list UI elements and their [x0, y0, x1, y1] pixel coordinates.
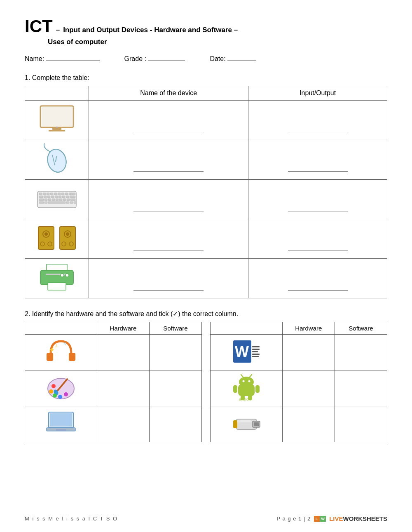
svg-rect-100 — [237, 420, 252, 422]
lw-brand-text: LIVEWORKSHEETS — [329, 515, 387, 522]
table-row: W — [211, 335, 387, 370]
svg-point-73 — [64, 392, 68, 396]
title-ict: ICT — [25, 16, 53, 36]
headphones-cell: ♪ ♫ ⚡ — [25, 335, 97, 370]
svg-rect-77 — [56, 429, 66, 431]
speakers-icon — [34, 223, 80, 253]
usb-icon — [230, 409, 263, 438]
hw-check-headphones[interactable] — [97, 335, 149, 370]
svg-point-59 — [66, 274, 69, 277]
hw-check-android[interactable] — [282, 370, 335, 406]
grade-label: Grade : — [124, 54, 185, 63]
device-monitor-cell — [25, 101, 89, 140]
svg-rect-34 — [59, 199, 62, 201]
col-sw-right: Software — [335, 322, 387, 335]
answer-io-4[interactable] — [248, 219, 387, 259]
sw-check-paint[interactable] — [149, 370, 201, 406]
lw-box-orange: L — [314, 516, 320, 522]
table-row — [25, 370, 202, 406]
hw-check-word[interactable] — [282, 335, 335, 370]
sw-check-usb[interactable] — [335, 406, 387, 442]
usb-cell — [211, 406, 283, 442]
svg-rect-21 — [44, 196, 47, 198]
sw-check-laptop[interactable] — [149, 406, 201, 442]
svg-rect-3 — [49, 130, 65, 131]
answer-name-1[interactable] — [89, 101, 248, 140]
answer-line — [133, 205, 204, 211]
table-row — [25, 406, 202, 442]
svg-rect-11 — [43, 193, 46, 195]
mouse-icon — [34, 143, 80, 174]
col-img-left — [25, 322, 97, 335]
svg-rect-15 — [58, 193, 61, 195]
svg-point-47 — [44, 232, 48, 236]
answer-line — [288, 126, 348, 132]
svg-rect-57 — [46, 274, 68, 275]
answer-io-2[interactable] — [248, 140, 387, 180]
svg-rect-84 — [252, 356, 259, 357]
table-row: ♪ ♫ ⚡ — [25, 335, 202, 370]
svg-rect-32 — [52, 199, 55, 201]
svg-rect-30 — [44, 199, 47, 201]
msword-icon: W — [230, 337, 263, 366]
svg-rect-14 — [54, 193, 57, 195]
form-fields: Name: Grade : Date: — [25, 54, 387, 63]
col-sw-left: Software — [149, 322, 201, 335]
table2-left: Hardware Software ♪ ♫ — [25, 322, 202, 442]
svg-rect-80 — [252, 346, 260, 347]
svg-point-88 — [248, 380, 250, 382]
answer-line — [133, 284, 204, 291]
svg-rect-12 — [47, 193, 49, 195]
hw-check-usb[interactable] — [282, 406, 335, 442]
svg-rect-23 — [51, 196, 54, 198]
svg-point-60 — [61, 274, 64, 277]
svg-point-71 — [53, 394, 57, 398]
svg-rect-50 — [60, 227, 75, 249]
answer-name-3[interactable] — [89, 180, 248, 219]
svg-rect-39 — [44, 202, 47, 204]
answer-io-3[interactable] — [248, 180, 387, 219]
sw-check-headphones[interactable] — [149, 335, 201, 370]
svg-rect-40 — [48, 202, 66, 204]
name-field[interactable] — [46, 54, 100, 61]
svg-rect-20 — [39, 196, 43, 198]
col-image — [25, 86, 89, 101]
svg-rect-41 — [66, 202, 69, 204]
answer-io-1[interactable] — [248, 101, 387, 140]
svg-rect-45 — [38, 227, 54, 249]
answer-name-2[interactable] — [89, 140, 248, 180]
answer-io-5[interactable] — [248, 259, 387, 298]
svg-rect-92 — [255, 385, 260, 393]
table-row — [25, 140, 387, 180]
answer-name-5[interactable] — [89, 259, 248, 298]
answer-name-4[interactable] — [89, 219, 248, 259]
hw-check-paint[interactable] — [97, 370, 149, 406]
page-number: P a g e 1 | 2 — [277, 516, 311, 522]
svg-rect-61 — [47, 353, 53, 361]
grade-field[interactable] — [148, 54, 185, 61]
date-field[interactable] — [227, 54, 256, 61]
hw-check-laptop[interactable] — [97, 406, 149, 442]
answer-line — [288, 284, 348, 291]
q2-tables: Hardware Software ♪ ♫ — [25, 322, 387, 442]
svg-rect-31 — [48, 199, 51, 201]
table-row: android — [211, 370, 387, 406]
keyboard-icon — [34, 183, 80, 214]
android-icon: android — [230, 373, 263, 402]
svg-rect-17 — [65, 193, 68, 195]
page-header: ICT – Input and Output Devices - Hardwar… — [25, 16, 387, 36]
svg-rect-26 — [62, 196, 65, 198]
answer-line — [288, 165, 348, 172]
svg-rect-62 — [69, 353, 75, 361]
svg-rect-22 — [47, 196, 50, 198]
table-row — [25, 219, 387, 259]
sw-check-android[interactable] — [335, 370, 387, 406]
sw-check-word[interactable] — [335, 335, 387, 370]
question2-label: 2. Identify the hardware and the softwar… — [25, 310, 387, 318]
table-row — [25, 259, 387, 298]
col-img-right — [211, 322, 283, 335]
table2-right: Hardware Software W — [210, 322, 387, 442]
device-keyboard-cell — [25, 180, 89, 219]
footer-author: M i s s M e l i s s a I C T S O — [25, 516, 118, 522]
svg-rect-91 — [233, 385, 237, 393]
